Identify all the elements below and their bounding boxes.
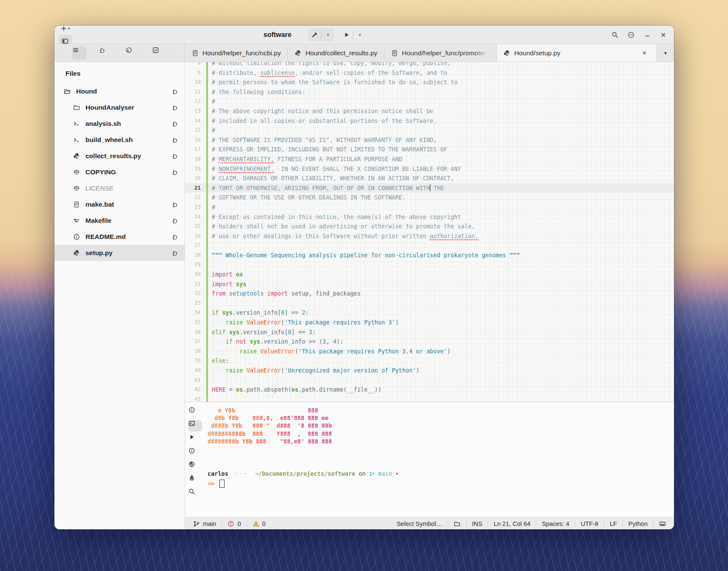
space-dot: ·	[440, 252, 444, 259]
new-page-button[interactable]: ▾	[59, 26, 72, 35]
pipeline-tab[interactable]	[125, 47, 140, 60]
space-dot: ·	[267, 79, 270, 85]
bottom-panel-toggle[interactable]	[448, 518, 466, 529]
space-dot: ·	[281, 185, 284, 191]
space-dot: ·	[215, 233, 219, 239]
code-segment: ,·	[326, 338, 333, 345]
file-tree-item[interactable]: Hound	[54, 83, 185, 99]
cursor-position[interactable]: Ln 21, Col 64	[488, 518, 536, 529]
editor-tab[interactable]: Hound/setup.py	[497, 44, 657, 62]
file-tree-item[interactable]: make.bat	[54, 196, 185, 213]
status-label: main	[203, 520, 216, 527]
branch-indicator[interactable]: main	[188, 518, 222, 529]
panel-logs-info[interactable]	[188, 447, 202, 459]
todo-tab[interactable]	[152, 47, 167, 60]
space-dot: ·	[257, 194, 260, 201]
code-segment: .path.abspath(	[243, 386, 291, 393]
build-button[interactable]	[308, 28, 321, 41]
space-dot: ·	[340, 79, 343, 85]
space-dot: ·	[295, 79, 298, 85]
file-tree-item[interactable]: collect_results.py	[54, 148, 185, 164]
app-menu-button[interactable]	[625, 28, 637, 41]
prompt-segment: carlos	[208, 470, 228, 477]
code-text: #·included·in·all·copies·or·substantial·…	[208, 116, 437, 126]
file-name: collect_results.py	[85, 152, 141, 160]
terminal[interactable]: e Y8b 888 d8b Y8b 888,8, e88'888 888 ee …	[205, 402, 674, 517]
file-tree-item[interactable]: LICENSE	[54, 180, 185, 196]
panel-search[interactable]	[188, 488, 202, 500]
omnibar[interactable]: software	[255, 31, 298, 39]
run-options-button[interactable]: ▾	[353, 28, 366, 41]
editor-tab[interactable]: Hound/helper_func/ncbi.py	[185, 44, 288, 62]
minimize-button[interactable]	[641, 28, 654, 41]
insert-mode[interactable]: INS	[466, 518, 488, 529]
file-tree-item[interactable]: setup.py	[54, 245, 185, 261]
code-text: #·The·above·copyright·notice·and·this·pe…	[208, 106, 433, 116]
select-symbol[interactable]: Select Symbol…	[391, 518, 448, 529]
python-icon	[503, 50, 510, 57]
editor-tab[interactable]: Hound/collect_results.py	[288, 44, 384, 62]
space-dot: ·	[419, 79, 423, 85]
line-number: 27	[185, 241, 206, 250]
file-tree-item[interactable]: COPYING	[54, 164, 185, 180]
prompt-segment: ···	[235, 470, 248, 477]
space-dot: ·	[260, 233, 264, 239]
close-button[interactable]	[657, 28, 670, 41]
code-text: #	[208, 202, 215, 212]
file-tree-item[interactable]: HoundAnalyser	[54, 99, 185, 116]
code-segment: else	[212, 357, 226, 364]
build-options-button[interactable]: ▾	[321, 28, 334, 41]
space-dot: ·	[291, 233, 295, 239]
panel-left-icon	[62, 38, 68, 45]
panel-run-output[interactable]	[188, 434, 202, 445]
space-dot: ·	[284, 194, 288, 201]
files-header[interactable]: Files	[54, 66, 185, 83]
keyboard-panel-toggle[interactable]	[654, 518, 671, 529]
file-name: setup.py	[85, 249, 113, 257]
build-targets-tab[interactable]	[99, 47, 114, 60]
space-dot: ·	[371, 194, 374, 201]
file-tree-item[interactable]: README.md	[54, 229, 185, 245]
code-text: #·permit·persons·to·whom·the·Software·is…	[208, 77, 458, 87]
space-dot: ·	[215, 79, 219, 85]
editor-tab[interactable]: Hound/helper_func/promoter_	[384, 44, 497, 62]
code-segment: raise·	[226, 319, 247, 326]
code-line: 39else:	[185, 356, 674, 366]
file-tree-item[interactable]: build_wheel.sh	[54, 132, 185, 148]
code-line: 17#·EXPRESS·OR·IMPLIED,·INCLUDING·BUT·NO…	[185, 145, 674, 154]
code-segment: #·CLAIM,·DAMAGES·OR·OTHER·LIABILITY,·WHE…	[212, 175, 454, 182]
line-number: 10	[185, 77, 206, 87]
code-segment: ]·==·	[284, 309, 302, 316]
builder-window: ▾ software ▾ ▾ Hound/helper_func/ncbi.py…	[54, 26, 674, 529]
line-number: 39	[185, 356, 206, 366]
tab-overflow-button[interactable]: ▾	[657, 44, 674, 62]
editor-tabs: Hound/helper_func/ncbi.pyHound/collect_r…	[185, 44, 657, 62]
warning-count[interactable]: 0	[247, 518, 271, 529]
project-tree-tab[interactable]	[72, 47, 87, 60]
run-button[interactable]	[340, 28, 353, 41]
file-tree-item[interactable]: analysis.sh	[54, 116, 185, 132]
tab-close-button[interactable]	[639, 48, 650, 59]
code-line: 20#·CLAIM,·DAMAGES·OR·OTHER·LIABILITY,·W…	[185, 173, 674, 183]
code-editor[interactable]: 8#·without·limitation·the·rights·to·use,…	[185, 62, 674, 402]
space-dot: ·	[419, 62, 423, 66]
file-tree-item[interactable]: Makefile	[54, 213, 185, 229]
panel-tests[interactable]	[188, 474, 202, 486]
language-mode[interactable]: Python	[623, 518, 653, 529]
indent-setting[interactable]: Spaces: 4	[536, 518, 575, 529]
space-dot: ·	[233, 271, 236, 278]
space-dot: ·	[270, 194, 274, 201]
encoding[interactable]: UTF-8	[575, 518, 604, 529]
prompt-segment: •	[395, 470, 399, 477]
search-button[interactable]	[609, 28, 621, 41]
line-number: 35	[185, 318, 206, 327]
panel-web[interactable]	[188, 461, 202, 472]
code-segment: ··IN·NO·EVENT·SHALL·THE·X·CONSORTIUM·BE·…	[274, 165, 461, 172]
space-dot: ·	[233, 348, 236, 355]
error-count[interactable]: 0	[222, 518, 246, 529]
line-ending[interactable]: LF	[604, 518, 623, 529]
panel-build-info[interactable]	[188, 406, 202, 418]
space-dot: ·	[323, 69, 326, 76]
panel-terminal[interactable]	[188, 420, 202, 432]
titlebar-right-buttons	[609, 28, 670, 41]
